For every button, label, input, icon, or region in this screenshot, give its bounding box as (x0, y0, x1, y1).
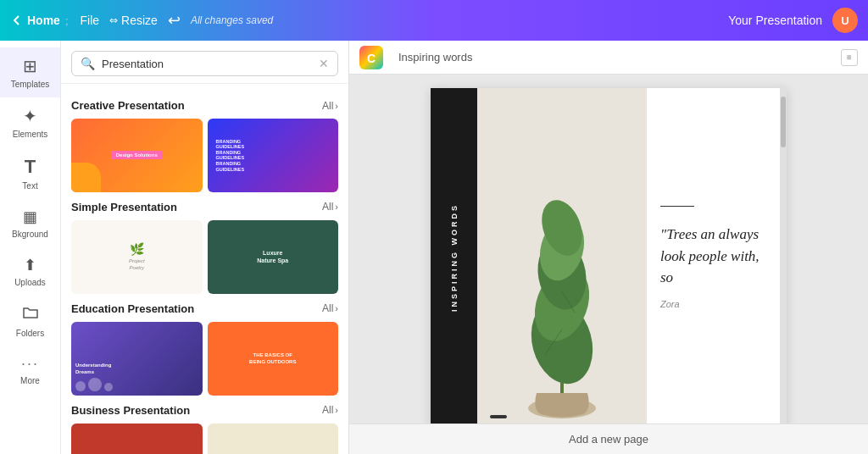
canvas-toolbar: C Inspiring words ≡ (349, 41, 868, 75)
template-grid-creative: Design Solutions BRANDINGGUIDELINESBRAND… (71, 119, 338, 192)
template-card-c1[interactable]: Design Solutions (71, 119, 203, 192)
sidebar-item-folders[interactable]: Folders (0, 296, 60, 346)
sidebar-label-templates: Templates (11, 80, 50, 89)
template-card-s2[interactable]: LuxureNature Spa (208, 220, 339, 294)
add-page-bar[interactable]: Add a new page (349, 424, 868, 454)
breadcrumb-separator: ; (65, 14, 69, 27)
slide-left-bar: INSPIRING WORDS (431, 88, 477, 424)
sidebar-item-uploads[interactable]: ⬆ Uploads (0, 247, 60, 296)
more-icon: ··· (21, 355, 39, 373)
slide-quote-line (660, 206, 694, 207)
sidebar-item-templates[interactable]: ⊞ Templates (0, 47, 60, 97)
section-header-education: Education Presentation All › (71, 302, 338, 315)
back-button[interactable] (10, 14, 24, 27)
section-all-education[interactable]: All › (322, 302, 338, 314)
section-header-simple: Simple Presentation All › (71, 201, 338, 213)
topbar-right: Your Presentation U (728, 8, 858, 33)
presentation-title: Your Presentation (728, 14, 822, 27)
resize-label: Resize (121, 14, 158, 27)
panel-scroll: Creative Presentation All › Design Solut… (61, 84, 348, 454)
template-card-b2[interactable]: Hustle LoftCoworking (208, 424, 339, 454)
search-clear-button[interactable]: ✕ (319, 57, 329, 70)
canvas-page: INSPIRING WORDS (431, 88, 787, 424)
section-all-creative[interactable]: All › (322, 100, 338, 112)
slide-progress (490, 415, 507, 418)
sidebar-label-uploads: Uploads (14, 278, 46, 287)
sidebar: ⊞ Templates ✦ Elements T Text ▦ Bkground… (0, 41, 61, 454)
resize-icon: ⇔ (109, 14, 118, 26)
background-icon: ▦ (23, 208, 37, 226)
section-header-creative: Creative Presentation All › (71, 99, 338, 112)
template-card-s1[interactable]: 🌿 ProjectPoetry (71, 220, 203, 294)
section-header-business: Business Presentation All › (71, 404, 338, 417)
search-bar: 🔍 ✕ (61, 41, 348, 84)
folders-icon (22, 304, 39, 325)
section-all-simple[interactable]: All › (322, 201, 338, 213)
section-title-business: Business Presentation (71, 404, 190, 417)
templates-icon: ⊞ (23, 56, 37, 76)
section-title-creative: Creative Presentation (71, 99, 185, 112)
canvas-area: C Inspiring words ≡ INSPIRING WORDS (349, 41, 868, 454)
home-link[interactable]: Home (27, 14, 60, 27)
topbar: Home ; File ⇔ Resize ↩ All changes saved… (0, 0, 868, 41)
svg-text:C: C (367, 52, 376, 65)
file-menu[interactable]: File (81, 14, 100, 27)
template-card-c2[interactable]: BRANDINGGUIDELINESBRANDINGGUIDELINESBRAN… (208, 119, 339, 192)
uploads-icon: ⬆ (24, 256, 36, 274)
resize-button[interactable]: ⇔ Resize (109, 14, 158, 27)
elements-icon: ✦ (23, 106, 37, 126)
canvas-tab-inspiring[interactable]: Inspiring words (392, 47, 479, 67)
slide-quote-text: "Trees an always look people with, so (660, 224, 773, 289)
template-grid-education: UnderstandingDreams THE BASICS OFBEING O… (71, 322, 338, 396)
sidebar-item-text[interactable]: T Text (0, 147, 60, 199)
canva-logo: C (359, 46, 383, 69)
template-grid-simple: 🌿 ProjectPoetry LuxureNature Spa (71, 220, 338, 294)
slide-plant-area (477, 88, 647, 424)
section-all-business[interactable]: All › (322, 404, 338, 416)
section-title-education: Education Presentation (71, 302, 194, 315)
canvas-scroll-thumb (781, 97, 786, 147)
canvas-options-button[interactable]: ≡ (841, 49, 858, 66)
add-page-label: Add a new page (569, 433, 648, 446)
search-input[interactable] (102, 58, 312, 70)
sidebar-item-more[interactable]: ··· More (0, 346, 60, 394)
section-title-simple: Simple Presentation (71, 201, 177, 213)
search-input-wrap: 🔍 ✕ (71, 51, 338, 76)
template-card-e2[interactable]: THE BASICS OFBEING OUTDOORS (208, 322, 339, 396)
avatar[interactable]: U (832, 8, 858, 33)
sidebar-label-folders: Folders (16, 329, 44, 338)
sidebar-label-background: Bkground (12, 230, 48, 239)
template-grid-business: MASTERING THEART OF SELLING Hustle LoftC… (71, 424, 338, 454)
sidebar-item-background[interactable]: ▦ Bkground (0, 199, 60, 247)
canvas-scrollbar[interactable] (780, 88, 787, 424)
save-status: All changes saved (191, 14, 273, 26)
slide-quote-author: Zora (660, 299, 773, 309)
sidebar-label-elements: Elements (13, 130, 48, 139)
sidebar-label-text: Text (22, 181, 37, 191)
template-card-b1[interactable]: MASTERING THEART OF SELLING (71, 424, 203, 454)
plant-svg (494, 173, 630, 424)
slide-quote-area: "Trees an always look people with, so Zo… (647, 88, 787, 424)
sidebar-item-elements[interactable]: ✦ Elements (0, 97, 60, 147)
undo-button[interactable]: ↩ (168, 11, 181, 30)
topbar-nav: Home ; File ⇔ Resize ↩ All changes saved (10, 11, 273, 30)
canvas-scroll-area: INSPIRING WORDS (349, 75, 868, 424)
templates-panel: 🔍 ✕ Creative Presentation All › Design S… (61, 41, 349, 454)
main-layout: ⊞ Templates ✦ Elements T Text ▦ Bkground… (0, 41, 868, 454)
text-icon: T (25, 156, 36, 178)
search-icon: 🔍 (81, 57, 95, 70)
sidebar-label-more: More (20, 376, 40, 385)
template-card-e1[interactable]: UnderstandingDreams (71, 322, 203, 396)
slide-inspiring-text: INSPIRING WORDS (450, 203, 459, 312)
